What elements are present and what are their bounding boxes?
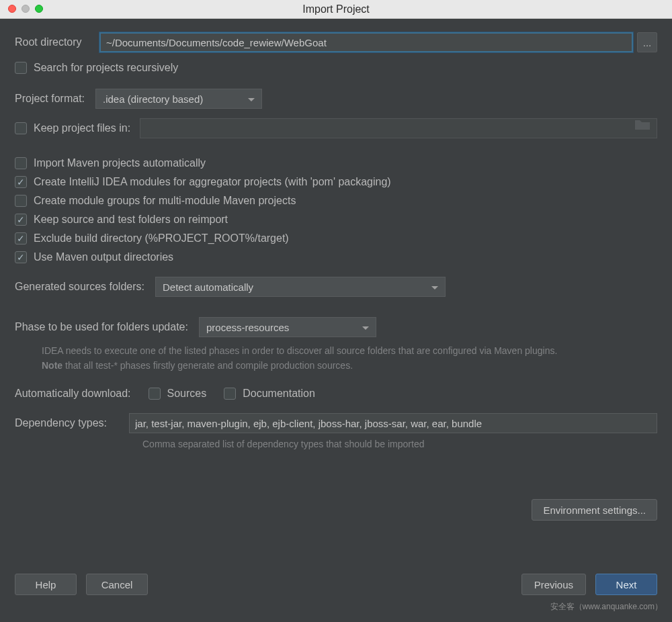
checkbox-icon [15,157,27,169]
maven-option-label: Import Maven projects automatically [34,157,206,169]
auto-download-label: Automatically download: [15,388,131,400]
auto-download-sources-label: Sources [167,388,207,400]
generated-sources-value: Detect automatically [163,281,253,293]
title-bar: Import Project [0,0,672,19]
minimize-window-icon[interactable] [22,5,30,13]
maven-option-label: Create IntelliJ IDEA modules for aggrega… [34,176,391,188]
root-directory-label: Root directory [15,36,99,48]
cancel-button[interactable]: Cancel [86,574,148,595]
environment-settings-button[interactable]: Environment settings... [532,499,657,521]
checkbox-icon [15,214,27,226]
maven-option-label: Exclude build directory (%PROJECT_ROOT%/… [34,232,289,245]
auto-download-sources-checkbox[interactable]: Sources [149,388,207,400]
generated-sources-label: Generated sources folders: [15,281,144,293]
keep-files-label: Keep project files in: [34,122,130,134]
next-button[interactable]: Next [595,574,657,595]
checkbox-icon [15,251,27,263]
maven-option-label: Use Maven output directories [34,251,173,263]
maximize-window-icon[interactable] [35,5,43,13]
maven-option-label: Keep source and test folders on reimport [34,214,228,226]
phase-value: process-resources [206,322,289,333]
dependency-types-input[interactable] [129,413,657,433]
maven-option-checkbox[interactable]: Use Maven output directories [15,251,657,263]
maven-option-checkbox[interactable]: Import Maven projects automatically [15,157,657,169]
maven-option-checkbox[interactable]: Create IntelliJ IDEA modules for aggrega… [15,176,657,188]
maven-option-checkbox[interactable]: Keep source and test folders on reimport [15,214,657,226]
checkbox-icon [224,388,236,400]
traffic-lights [8,5,43,13]
previous-button[interactable]: Previous [521,574,586,595]
project-format-value: .idea (directory based) [103,93,203,105]
browse-button[interactable]: ... [637,32,657,52]
folder-icon [635,119,650,130]
watermark: 安全客（www.anquanke.com） [550,601,663,613]
phase-hint: IDEA needs to execute one of the listed … [42,344,657,373]
checkbox-icon [15,232,27,245]
project-format-label: Project format: [15,93,85,105]
generated-sources-select[interactable]: Detect automatically [155,277,446,297]
checkbox-icon [15,62,27,74]
root-directory-input[interactable] [99,32,633,52]
maven-option-checkbox[interactable]: Exclude build directory (%PROJECT_ROOT%/… [15,232,657,245]
project-format-select[interactable]: .idea (directory based) [95,89,262,109]
auto-download-docs-label: Documentation [243,388,315,400]
phase-select[interactable]: process-resources [199,317,376,337]
auto-download-docs-checkbox[interactable]: Documentation [224,388,315,400]
help-button[interactable]: Help [15,574,77,595]
search-recursive-label: Search for projects recursively [34,62,178,74]
close-window-icon[interactable] [8,5,16,13]
maven-option-checkbox[interactable]: Create module groups for multi-module Ma… [15,195,657,207]
checkbox-icon [15,195,27,207]
keep-files-checkbox[interactable]: Keep project files in: [15,122,130,134]
keep-files-input[interactable] [140,118,657,138]
checkbox-icon [15,122,27,134]
checkbox-icon [15,176,27,188]
dependency-types-hint: Comma separated list of dependency types… [142,437,657,452]
dependency-types-label: Dependency types: [15,417,129,429]
search-recursive-checkbox[interactable]: Search for projects recursively [15,62,657,74]
window-title: Import Project [0,3,672,15]
checkbox-icon [149,388,161,400]
phase-label: Phase to be used for folders update: [15,321,188,333]
maven-option-label: Create module groups for multi-module Ma… [34,195,296,207]
